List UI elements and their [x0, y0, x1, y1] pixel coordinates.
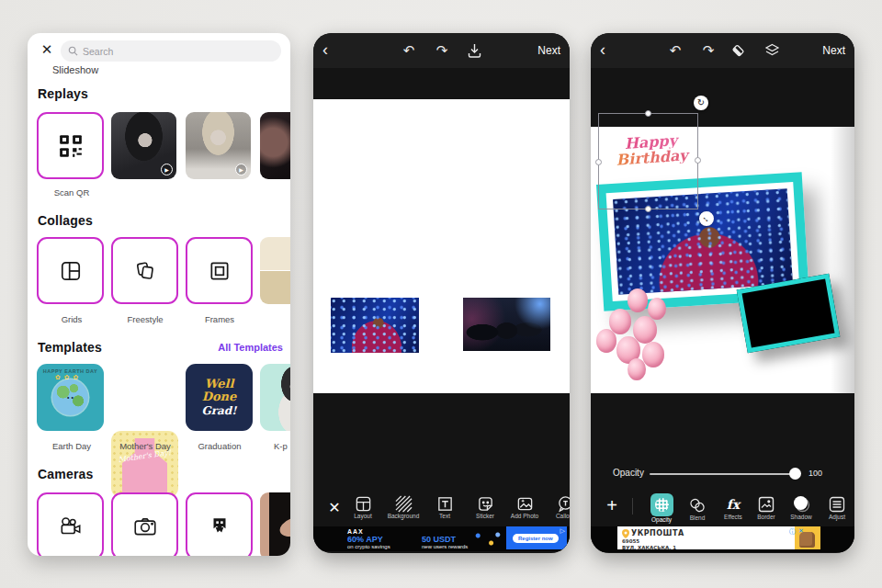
opacity-slider[interactable]: [650, 473, 797, 475]
tool-layout[interactable]: Layout: [343, 495, 383, 519]
slideshow-item[interactable]: Slideshow: [52, 64, 98, 75]
search-icon: [68, 46, 78, 56]
ribbon-face-icon: [208, 514, 232, 538]
back-icon[interactable]: ‹: [322, 40, 328, 59]
editor-topbar: [591, 33, 854, 68]
undo-icon[interactable]: ↶: [667, 42, 684, 59]
canvas-photo-party[interactable]: [463, 298, 550, 351]
tool-sticker[interactable]: Sticker: [465, 495, 505, 519]
close-icon[interactable]: ✕: [39, 41, 55, 58]
ad-sub1: on crypto savings: [347, 544, 390, 549]
selection-handle-right[interactable]: [695, 157, 701, 164]
undo-icon[interactable]: ↶: [401, 42, 417, 59]
collage-freestyle-tile[interactable]: [111, 237, 178, 304]
tool-background-label: Background: [383, 513, 424, 519]
opacity-slider-knob[interactable]: [789, 468, 801, 480]
tool-shadow-label: Shadow: [781, 514, 821, 520]
ad-sub2: new users rewards: [422, 544, 468, 549]
graduation-label: Graduation: [183, 441, 256, 451]
opacity-value: 100: [808, 469, 822, 478]
back-icon[interactable]: ‹: [600, 40, 605, 59]
earth-day-label: Earth Day: [35, 441, 108, 451]
location-pin-icon: [622, 529, 629, 538]
next-button[interactable]: Next: [822, 44, 845, 57]
ad-brand: AAX: [347, 528, 364, 535]
selection-handle-bottom[interactable]: [645, 206, 651, 212]
camera-photo-tile[interactable]: [111, 492, 178, 556]
ad-cta-panel[interactable]: ▷ Register now: [506, 526, 567, 549]
blend-icon: [688, 496, 707, 514]
play-icon: ▶: [235, 164, 247, 175]
collage-thumbnail[interactable]: [260, 237, 290, 304]
replay-thumbnail[interactable]: ▶: [186, 112, 251, 179]
editor-canvas[interactable]: [313, 99, 570, 393]
earth-illustration: [52, 379, 88, 415]
play-icon: ▶: [161, 164, 173, 175]
adchoices-info-icon[interactable]: ⓘ: [789, 527, 796, 537]
camera-thumbnail[interactable]: [260, 492, 290, 556]
search-input[interactable]: [83, 46, 274, 57]
ad-content[interactable]: УКРПОШТА 69055 ВУЛ. ХАКАСЬКА, 1: [617, 526, 795, 549]
tool-background[interactable]: Background: [383, 495, 424, 519]
tool-opacity[interactable]: Opacity: [641, 493, 682, 523]
opacity-label: Opacity: [613, 468, 644, 478]
tool-add-photo[interactable]: Add Photo: [504, 495, 545, 519]
collage-frames-tile[interactable]: [186, 237, 253, 304]
ad-close-icon[interactable]: ✕: [798, 527, 804, 535]
adchoices-icon[interactable]: ▷: [560, 527, 565, 535]
add-layer-icon[interactable]: +: [602, 495, 622, 515]
photo-camera-icon: [132, 514, 158, 538]
tool-callout[interactable]: Callout: [545, 495, 570, 519]
eraser-icon[interactable]: [730, 43, 746, 58]
register-button[interactable]: Register now: [513, 534, 559, 543]
selection-handle-left[interactable]: [595, 159, 602, 165]
tool-adjust[interactable]: Adjust: [817, 495, 854, 520]
close-toolbar-icon[interactable]: ✕: [325, 499, 344, 517]
callout-icon: [557, 495, 571, 513]
download-icon[interactable]: [468, 43, 481, 58]
ad-banner[interactable]: AAX 60% APY on crypto savings 50 USDT ne…: [313, 526, 570, 551]
toolbar-divider: [632, 498, 633, 514]
tool-blend[interactable]: Blend: [677, 496, 718, 521]
rotate-handle-icon[interactable]: ↻: [694, 96, 708, 110]
selection-handle-top[interactable]: [645, 110, 651, 117]
sticker-editor-screen: ‹ ↶ ↷ Next Happy Birthday ↻ ↔ Opacity: [591, 33, 854, 553]
canvas-photo-confetti[interactable]: [331, 298, 419, 353]
grids-icon: [59, 259, 83, 283]
tool-text[interactable]: Text: [424, 495, 465, 519]
all-templates-link[interactable]: All Templates: [218, 342, 283, 353]
tool-text-label: Text: [424, 513, 465, 519]
shadow-icon: [792, 494, 811, 514]
template-kpop[interactable]: [260, 364, 290, 431]
grids-label: Grids: [35, 314, 108, 324]
mothers-day-label: Mother's Day: [108, 441, 182, 451]
ad-zip: 69055: [622, 538, 639, 544]
redo-icon[interactable]: ↷: [434, 42, 450, 59]
camera-sticker-tile[interactable]: [186, 492, 253, 556]
qr-code-icon: [58, 133, 84, 159]
template-earth-day[interactable]: HAPPY EARTH DAY ✿ ✿ ✿: [37, 364, 104, 431]
replay-thumbnail[interactable]: [260, 112, 290, 179]
opacity-icon: [650, 493, 673, 516]
balloons-sticker[interactable]: [596, 288, 681, 384]
layers-icon[interactable]: [764, 43, 780, 58]
tool-shadow[interactable]: Shadow: [781, 494, 821, 520]
tool-adjust-label: Adjust: [817, 514, 854, 520]
replay-thumbnail[interactable]: ▶: [111, 112, 176, 179]
collage-grids-tile[interactable]: [37, 237, 104, 304]
search-bar[interactable]: [61, 40, 281, 62]
next-button[interactable]: Next: [537, 44, 560, 57]
cameras-heading: Cameras: [38, 467, 94, 481]
graduation-art-line2: Grad!: [201, 404, 236, 417]
camera-video-tile[interactable]: [37, 492, 104, 556]
freestyle-label: Freestyle: [108, 314, 182, 324]
selection-box[interactable]: [598, 113, 698, 209]
scan-qr-tile[interactable]: [37, 112, 104, 179]
ad-banner[interactable]: УКРПОШТА 69055 ВУЛ. ХАКАСЬКА, 1 ⓘ ✕: [591, 526, 854, 552]
ad-brand: УКРПОШТА: [631, 529, 684, 537]
frames-label: Frames: [183, 314, 256, 324]
templates-heading: Templates: [38, 340, 102, 355]
ad-headline2: 50 USDT: [422, 535, 456, 544]
template-graduation[interactable]: Well Done Grad!: [186, 364, 253, 431]
redo-icon[interactable]: ↷: [700, 42, 717, 59]
